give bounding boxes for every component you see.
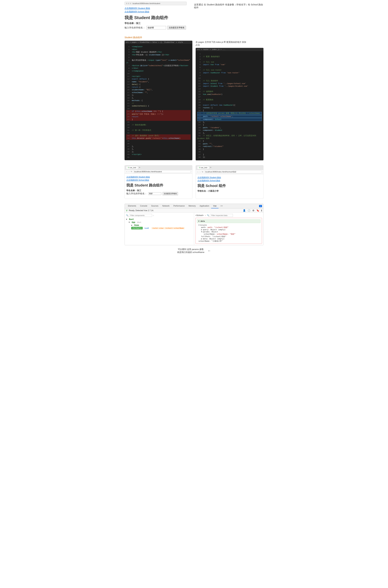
reload-button[interactable] (130, 3, 131, 4)
vm-label: $vm0 (145, 227, 149, 229)
tab-elements[interactable]: Elements (126, 204, 138, 208)
back-nav-right[interactable]: ← → (197, 171, 201, 173)
section-label: Student 路由组件 (124, 36, 267, 39)
data-tree: ▼$route path: path: "/school/你好" ▶query:… (197, 224, 261, 242)
router-code-header: src > router > index.js > ... (196, 48, 264, 51)
top-section: localhost:8080/index.html#/student 点击我跳转… (121, 0, 267, 33)
submit-school-button[interactable]: 点击提交文学校名 (167, 26, 186, 30)
tab-bar-right: V vue_test + (196, 165, 263, 170)
school-route-link[interactable]: 点击我跳转到 School 路由 (124, 10, 194, 13)
reload-left[interactable]: ↻ (131, 171, 132, 173)
tree-home[interactable]: ▶ Home (126, 224, 193, 227)
tree-app[interactable]: ▼ App $bat (126, 221, 193, 224)
school-title-in-right: 我是 School 组件 (197, 183, 262, 188)
component-filter-input[interactable] (129, 214, 152, 217)
query-item: ▶query: Object (empty) (201, 229, 261, 231)
student-code-header: src > pages > StudentVue > Vetur > {} 'S… (124, 41, 192, 44)
address-bar-left: ← → ↻ localhost:8080/index.html#/student (125, 170, 192, 174)
student-link-in-right[interactable]: 点击我跳转到 Student 路由 (197, 176, 262, 179)
tree-school[interactable]: <School> $vm0 router-view: /school/:scho… (126, 227, 193, 230)
bookmark-icon[interactable]: 🔖 (256, 209, 259, 212)
meta-item: ▶meta: Object (empty) (201, 238, 261, 240)
student-name-display: 学生名称：张三 (124, 22, 194, 25)
school-name-data-item: schoolName: "小葵花小学" (198, 240, 261, 242)
devtools-body: 🔍 ○ ▼ Root ▼ App $bat ▶ (125, 213, 263, 245)
back-button[interactable] (126, 3, 127, 4)
school-link-in-right[interactable]: 点击我跳转到 School 路由 (197, 179, 262, 182)
tab-bar-left: V vue_test + (125, 165, 192, 170)
student-title-in-left: 我是 Student 路由组件 (126, 183, 191, 188)
school-name-data-value: schoolName: "小葵花小学" (198, 240, 223, 242)
toolbar-icons: 👤 🕐 ⚙ 🔖 ℹ (243, 209, 262, 212)
student-browser-content: 点击我跳转到 Student 路由 点击我跳转到 School 路由 我是 St… (125, 174, 192, 198)
school-input-row: 输入学生的学校名： 点击提交文学校名 (124, 26, 194, 30)
reload-right[interactable]: ↻ (202, 171, 203, 173)
annotation-line1: 可以看到 这里 params 参数 (177, 248, 204, 251)
right-panel-text: 在 pages 文件夹下的 index.js 即 配置路由的地方 添加占位 (196, 41, 264, 46)
app-sub-label: $bat (137, 221, 141, 223)
new-tab-button-right[interactable]: + (210, 166, 211, 169)
school-name-param-value: schoolName: "你好" (217, 233, 236, 235)
student-link-in-left[interactable]: 点击我跳转到 Student 路由 (126, 176, 191, 178)
new-tab-button-left[interactable]: + (139, 166, 140, 169)
back-nav-left[interactable]: ← → (126, 171, 130, 173)
tab-application[interactable]: Application (198, 204, 211, 208)
home-component-label: Home (134, 224, 139, 226)
data-panel: ▼ data ▼$route path: path: "/school/你好" (195, 218, 262, 244)
tab-performance[interactable]: Performance (171, 204, 187, 208)
tab-memory[interactable]: Memory (187, 204, 198, 208)
tab-more[interactable]: >> (218, 204, 225, 208)
devtools-annotation: 可以看到 这里 params 参数 就是我们传递的 schoolName ← (124, 248, 264, 254)
browser-left-panel: localhost:8080/index.html#/student 点击我跳转… (124, 2, 194, 31)
router-code-block: 1 2 // 配置 路由的地方 3 4 // 引入 vue 5 import V… (196, 51, 264, 160)
tab-vue[interactable]: Vue (211, 204, 218, 208)
meta-value: meta: Object (empty) (203, 238, 224, 240)
info-icon[interactable]: ℹ (261, 209, 262, 212)
top-annotation-text: 这里通过 在 Student 路由组件 传递参数（学校名字）给 School 路… (194, 3, 264, 9)
school-browser-screenshot: V vue_test + ← → ↻ localhost:8080/index.… (196, 165, 264, 199)
active-tab-left[interactable]: V vue_test (126, 166, 138, 169)
root-component-label: Root (129, 218, 134, 220)
annotation-line2: 就是我们传递的 schoolName (177, 251, 204, 254)
school-input-label: 输入学生的学校名： (124, 26, 145, 29)
filter-toolbar: 🔍 ○ (126, 214, 193, 217)
query-value: query: Object (empty) (203, 229, 225, 231)
forward-button[interactable] (128, 3, 129, 4)
vue-status-text: Ready. Detected Vue 2.7.14. (129, 209, 154, 212)
active-tab-right[interactable]: V vue_test (197, 166, 209, 169)
devtools-section: Elements Console Sources Network Perform… (121, 204, 267, 254)
school-name-in-right: 学校生名：小葵花小学 (197, 190, 262, 193)
input-label-in-left: 输入学生的学校名： (126, 192, 147, 195)
code-panels-section: src > pages > StudentVue > Vetur > {} 'S… (121, 41, 267, 160)
router-view-label: router-view: /school/:schoolName (151, 227, 185, 229)
path-value: path: "/school/你好" (208, 226, 228, 228)
component-tree-panel: 🔍 ○ ▼ Root ▼ App $bat ▶ (125, 213, 194, 245)
data-inspector-panel: <School> › 🔍 ▼ data ▼$route (194, 213, 264, 245)
tab-sources[interactable]: Sources (149, 204, 160, 208)
clear-filter-icon[interactable]: ○ (153, 214, 154, 217)
school-name-input[interactable] (146, 26, 166, 29)
student-route-link[interactable]: 点击我跳转到 Student 路由 (124, 7, 194, 10)
url-bar: localhost:8080/index.html#/student (133, 2, 160, 4)
tab-console[interactable]: Console (138, 204, 149, 208)
school-link-in-left[interactable]: 点击我跳转到 School 路由 (126, 179, 191, 182)
tree-root[interactable]: ▼ Root (126, 218, 193, 221)
data-panel-title: ▼ data (197, 219, 261, 223)
school-name-input-left[interactable] (148, 192, 161, 195)
route-item: ▼$route (198, 224, 261, 226)
vue-devtools-toolbar: V Ready. Detected Vue 2.7.14. 👤 🕐 ⚙ 🔖 ℹ (125, 209, 263, 213)
person-icon[interactable]: 👤 (243, 209, 246, 212)
data-filter-input[interactable] (210, 214, 233, 217)
tab-network[interactable]: Network (160, 204, 171, 208)
right-filter-toolbar: <School> › 🔍 (195, 214, 262, 217)
settings-icon[interactable]: ⚙ (252, 209, 254, 212)
devtools-tab-bar: Elements Console Sources Network Perform… (125, 204, 263, 209)
path-item: path: path: "/school/你好" (201, 226, 261, 229)
top-annotation-panel: 这里通过 在 Student 路由组件 传递参数（学校名字）给 School 路… (194, 2, 264, 31)
arrow-icon: ← (208, 249, 211, 253)
route-sub-tree: path: path: "/school/你好" ▶query: Object … (198, 226, 261, 240)
history-icon[interactable]: 🕐 (248, 209, 250, 212)
vue-logo: V (126, 209, 127, 212)
submit-button-left[interactable]: 点击提交文学校名 (163, 192, 178, 195)
school-component-label: <School> (131, 227, 143, 229)
